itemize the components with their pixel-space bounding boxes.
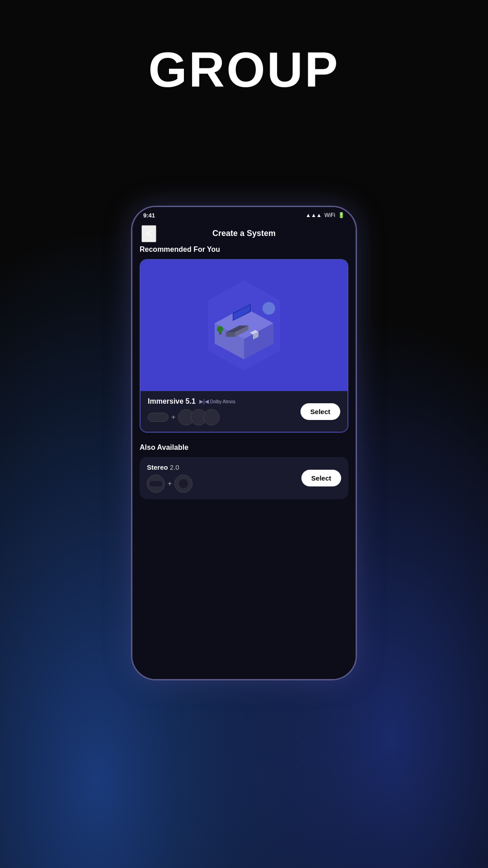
card-image	[141, 260, 347, 391]
screen-title: Create a System	[212, 229, 276, 238]
page-title: GROUP	[148, 41, 339, 98]
svg-marker-7	[226, 332, 235, 337]
also-available-info: Stereo 2.0 +	[147, 463, 297, 493]
back-button[interactable]: <	[141, 225, 156, 242]
stereo-speaker-1	[147, 475, 165, 493]
recommended-card-bottom: Immersive 5.1 ▶|◀ Dolby Atmos +	[141, 391, 347, 432]
stereo-speaker-2-inner	[179, 479, 188, 488]
dolby-badge: ▶|◀ Dolby Atmos	[199, 398, 235, 405]
also-available-select-button[interactable]: Select	[301, 470, 341, 486]
signal-icon: ▲▲▲	[305, 212, 322, 218]
phone-frame: 9:41 ▲▲▲ WiFi 🔋 < Create a System Recomm…	[131, 206, 357, 680]
status-time: 9:41	[143, 212, 155, 219]
also-available-section-title: Also Available	[140, 443, 348, 452]
content-area: Recommended For You	[132, 245, 356, 679]
phone-wrapper: 9:41 ▲▲▲ WiFi 🔋 < Create a System Recomm…	[131, 206, 357, 680]
stereo-name: Stereo	[147, 463, 168, 471]
svg-point-10	[217, 326, 223, 332]
plus-sign-2: +	[168, 480, 172, 488]
speakers-row: +	[148, 409, 296, 425]
wifi-icon: WiFi	[324, 212, 335, 218]
app-header: < Create a System	[132, 223, 356, 245]
dolby-symbol: ▶|◀	[199, 398, 209, 405]
phone-screen: 9:41 ▲▲▲ WiFi 🔋 < Create a System Recomm…	[132, 207, 356, 679]
status-bar: 9:41 ▲▲▲ WiFi 🔋	[132, 207, 356, 223]
stereo-version-number: 2.0	[170, 463, 179, 471]
svg-point-13	[263, 302, 275, 315]
satellite-speakers	[178, 409, 220, 425]
also-available-card: Stereo 2.0 +	[140, 457, 348, 499]
plus-sign-1: +	[171, 413, 175, 421]
recommended-select-button[interactable]: Select	[300, 403, 340, 420]
status-icons: ▲▲▲ WiFi 🔋	[305, 212, 345, 218]
stereo-speakers-row: +	[147, 475, 297, 493]
also-available-name: Stereo 2.0	[147, 463, 297, 471]
card-name: Immersive 5.1	[148, 397, 196, 406]
battery-icon: 🔋	[338, 212, 345, 218]
recommended-section-title: Recommended For You	[140, 245, 348, 254]
stereo-speaker-2	[174, 475, 192, 493]
card-name-row: Immersive 5.1 ▶|◀ Dolby Atmos	[148, 397, 296, 406]
room-illustration	[194, 276, 294, 375]
soundbar-icon	[148, 413, 169, 422]
recommended-card: Immersive 5.1 ▶|◀ Dolby Atmos +	[140, 259, 348, 433]
dolby-label: Dolby Atmos	[210, 399, 235, 404]
stereo-speaker-1-inner	[150, 481, 162, 486]
speaker-3	[203, 409, 220, 425]
card-info: Immersive 5.1 ▶|◀ Dolby Atmos +	[148, 397, 296, 425]
